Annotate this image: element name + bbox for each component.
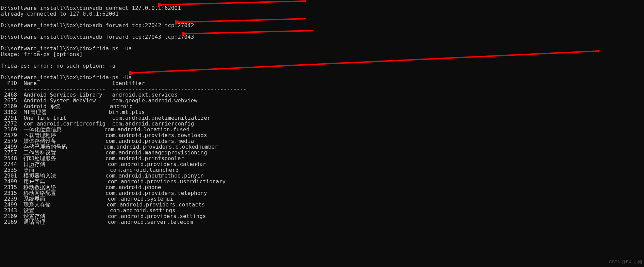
- command-adb-forward-1: adb forward tcp:27042 tcp:27042: [93, 22, 194, 29]
- prompt: D:\software_install\Nox\bin>: [1, 34, 93, 40]
- watermark: CSDN @EXI-小洲: [609, 259, 642, 265]
- terminal-output: D:\software_install\Nox\bin>adb connect …: [1, 0, 246, 225]
- prompt: D:\software_install\Nox\bin>: [1, 22, 93, 29]
- output-line: frida-ps: error: no such option: -u: [1, 63, 115, 69]
- command-frida-ps-lower: frida-ps -ua: [93, 45, 132, 52]
- command-adb-forward-2: adb forward tcp:27043 tcp:27043: [93, 34, 194, 40]
- output-line: Usage: frida-ps [options]: [1, 51, 83, 57]
- output-line: already connected to 127.0.0.1:62001: [1, 11, 119, 17]
- table-row: 2468 Android Services Library android.ex…: [1, 91, 226, 225]
